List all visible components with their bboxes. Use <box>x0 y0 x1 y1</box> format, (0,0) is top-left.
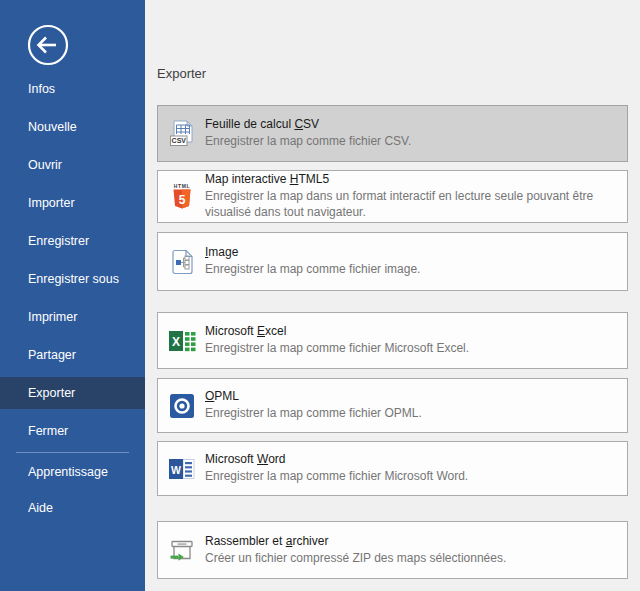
export-panel: Exporter CSV Feuille de calc <box>145 0 640 591</box>
label-post: mage <box>208 245 238 259</box>
label-post: ord <box>268 452 285 466</box>
sidebar-item-fermer[interactable]: Fermer <box>0 415 145 447</box>
label-accel: O <box>205 389 214 403</box>
sidebar-item-imprimer[interactable]: Imprimer <box>0 301 145 333</box>
sidebar-item-apprentissage[interactable]: Apprentissage <box>0 456 145 488</box>
label-accel: E <box>257 324 265 338</box>
backstage-export-view: { "window": { "width": 640, "height": 59… <box>0 0 640 591</box>
label-pre: Microsoft <box>205 324 257 338</box>
export-item-title: Map interactive HTML5 <box>205 172 619 186</box>
export-item-word[interactable]: W Microsoft Word Enregistrer la map comm… <box>157 441 628 496</box>
export-item-title: Feuille de calcul CSV <box>205 117 619 131</box>
sidebar-item-enregistrer[interactable]: Enregistrer <box>0 225 145 257</box>
microsoft-excel-icon: X <box>167 327 197 355</box>
export-item-description: Créer un fichier compressé ZIP des maps … <box>205 551 619 567</box>
label-post: TML5 <box>298 172 329 186</box>
label-pre: Feuille de calcul <box>205 117 294 131</box>
export-item-title: Rassembler et archiver <box>205 534 619 548</box>
sidebar-item-aide[interactable]: Aide <box>0 492 145 524</box>
export-item-description: Enregistrer la map comme fichier Microso… <box>205 341 619 357</box>
label-pre: Map interactive <box>205 172 290 186</box>
label-accel: C <box>294 117 303 131</box>
export-item-pack-and-go[interactable]: Rassembler et archiver Créer un fichier … <box>157 521 628 579</box>
back-arrow-icon <box>26 23 70 67</box>
page-title: Exporter <box>157 66 206 81</box>
svg-text:W: W <box>171 463 181 475</box>
export-item-description: Enregistrer la map comme fichier image. <box>205 262 619 278</box>
svg-text:X: X <box>172 335 180 349</box>
microsoft-word-icon: W <box>167 455 197 483</box>
label-post: SV <box>303 117 319 131</box>
svg-text:HTML: HTML <box>174 182 190 188</box>
export-item-description: Enregistrer la map dans un format intera… <box>205 189 619 220</box>
svg-text:5: 5 <box>179 192 186 206</box>
export-item-title: OPML <box>205 389 619 403</box>
opml-icon <box>167 393 197 419</box>
export-item-html5[interactable]: HTML 5 Map interactive HTML5 Enregistrer… <box>157 170 628 223</box>
export-item-description: Enregistrer la map comme fichier OPML. <box>205 406 619 422</box>
export-item-title: Microsoft Excel <box>205 324 619 338</box>
sidebar-item-partager[interactable]: Partager <box>0 339 145 371</box>
sidebar-item-infos[interactable]: Infos <box>0 73 145 105</box>
export-item-opml[interactable]: OPML Enregistrer la map comme fichier OP… <box>157 378 628 433</box>
label-post: PML <box>214 389 239 403</box>
sidebar-item-ouvrir[interactable]: Ouvrir <box>0 149 145 181</box>
csv-spreadsheet-icon: CSV <box>167 120 197 148</box>
sidebar-divider <box>16 452 129 453</box>
sidebar-item-enregistrer-sous[interactable]: Enregistrer sous <box>0 263 145 295</box>
export-item-image[interactable]: Image Enregistrer la map comme fichier i… <box>157 232 628 291</box>
image-file-icon <box>167 248 197 276</box>
sidebar-item-exporter[interactable]: Exporter <box>0 377 145 409</box>
label-accel: W <box>257 452 268 466</box>
export-item-csv[interactable]: CSV Feuille de calcul CSV Enregistrer la… <box>157 105 628 162</box>
export-item-title: Microsoft Word <box>205 452 619 466</box>
export-item-description: Enregistrer la map comme fichier CSV. <box>205 134 619 150</box>
label-post: xcel <box>265 324 286 338</box>
label-post: rchiver <box>292 534 328 548</box>
label-pre: Rassembler et <box>205 534 286 548</box>
back-button[interactable] <box>26 23 70 67</box>
label-pre: Microsoft <box>205 452 257 466</box>
sidebar-item-nouvelle[interactable]: Nouvelle <box>0 111 145 143</box>
export-item-title: Image <box>205 245 619 259</box>
export-item-excel[interactable]: X Microsoft Excel Enregistrer la map com… <box>157 312 628 369</box>
pack-and-go-icon <box>167 536 197 564</box>
export-item-description: Enregistrer la map comme fichier Microso… <box>205 469 619 485</box>
svg-text:CSV: CSV <box>172 137 187 144</box>
html5-icon: HTML 5 <box>167 182 197 212</box>
backstage-sidebar: Infos Nouvelle Ouvrir Importer Enregistr… <box>0 0 145 591</box>
sidebar-item-importer[interactable]: Importer <box>0 187 145 219</box>
